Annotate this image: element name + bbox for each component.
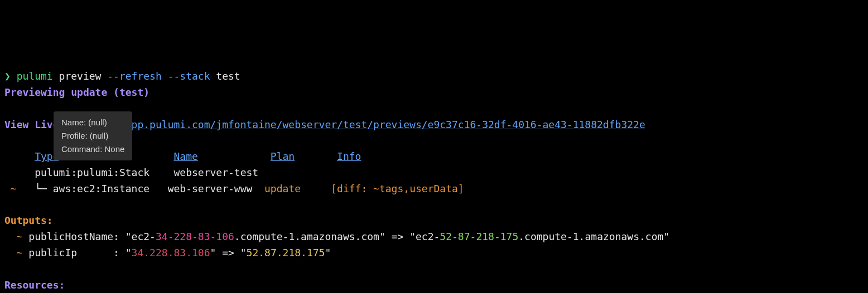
preview-header: Previewing update (test)	[4, 86, 150, 98]
row-marker: ~	[4, 183, 23, 194]
output-key: publicHostName	[28, 231, 113, 242]
tooltip-command: Command: None	[61, 143, 124, 156]
flag-refresh: --refresh	[107, 70, 162, 82]
row-type: └─ aws:ec2:Instance	[35, 183, 150, 194]
quote: "	[126, 231, 132, 242]
quote: "	[409, 231, 416, 242]
old-ip: 34.228.83.106	[132, 247, 210, 258]
view-live-url[interactable]: https://app.pulumi.com/jmfontaine/webser…	[77, 119, 645, 130]
col-info: Info	[337, 150, 361, 162]
row-type: pulumi:pulumi:Stack	[35, 167, 150, 178]
row-plan: update	[264, 183, 301, 194]
tooltip: Name: (null) Profile: (null) Command: No…	[54, 111, 132, 160]
command: pulumi	[17, 70, 53, 82]
new-ip: 52.87.218.175	[247, 247, 325, 258]
new-suffix: .compute-1.amazonaws.com	[518, 231, 663, 242]
old-suffix: .compute-1.amazonaws.com	[234, 231, 379, 242]
arrow: =>	[216, 247, 240, 258]
quote: "	[240, 247, 247, 258]
output-sep: :	[113, 231, 126, 242]
outputs-header: Outputs:	[4, 214, 53, 226]
quote: "	[663, 231, 669, 242]
old-prefix: ec2-	[132, 231, 156, 242]
new-prefix: ec2-	[416, 231, 440, 242]
output-marker: ~	[4, 247, 28, 258]
table-row: pulumi:pulumi:Stack webserver-test	[4, 167, 258, 178]
row-name: webserver-test	[173, 167, 258, 178]
output-key: publicIp	[28, 247, 113, 258]
table-row: ~ └─ aws:ec2:Instance web-server-www upd…	[4, 183, 464, 194]
output-marker: ~	[4, 231, 28, 242]
prompt-symbol: ❯	[4, 70, 11, 82]
quote: "	[379, 231, 385, 242]
col-plan: Plan	[271, 150, 295, 162]
quote: "	[210, 247, 216, 258]
new-ip: 52-87-218-175	[440, 231, 518, 242]
output-line: ~ publicHostName: "ec2-34-228-83-106.com…	[4, 231, 669, 242]
row-name: web-server-www	[168, 183, 253, 194]
row-info: [diff: ~tags,userData]	[331, 183, 464, 194]
output-line: ~ publicIp : "34.228.83.106" => "52.87.2…	[4, 247, 331, 258]
prompt-line: ❯ pulumi preview --refresh --stack test	[4, 70, 240, 82]
subcommand: preview	[59, 70, 102, 82]
flag-stack: --stack	[168, 70, 210, 82]
old-ip: 34-228-83-106	[156, 231, 234, 242]
arrow: =>	[385, 231, 409, 242]
output-sep: :	[113, 247, 126, 258]
quote: "	[325, 247, 331, 258]
tooltip-profile: Profile: (null)	[61, 129, 124, 143]
tooltip-name: Name: (null)	[61, 116, 124, 129]
quote: "	[126, 247, 132, 258]
terminal[interactable]: ❯ pulumi preview --refresh --stack test …	[4, 69, 864, 293]
resources-header: Resources:	[4, 279, 65, 291]
col-name: Name	[173, 150, 197, 162]
stack-arg: test	[216, 70, 240, 82]
